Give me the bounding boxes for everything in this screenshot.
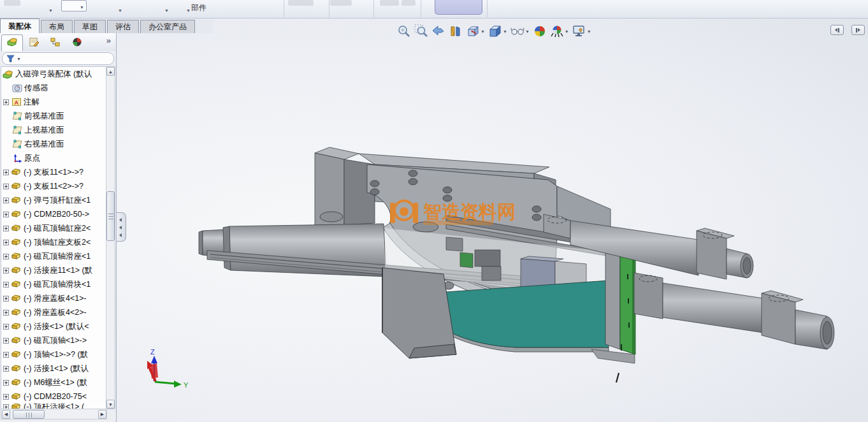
dropdown-arrow-icon[interactable]: ▼: [80, 5, 84, 10]
tree-item[interactable]: (-) 支板11<2>->?: [1, 179, 106, 193]
expander-plus-icon[interactable]: [3, 240, 9, 245]
tree-item[interactable]: (-) 活接1<1> (默认: [1, 361, 106, 375]
expander-plus-icon[interactable]: [3, 324, 9, 330]
overflow-chevron-icon[interactable]: »: [106, 36, 111, 45]
display-manager-tab[interactable]: [66, 34, 88, 51]
tree-item[interactable]: (-) 磁瓦顶轴缸座2<: [1, 221, 106, 235]
dropdown-arrow-icon[interactable]: ▼: [525, 29, 530, 34]
tab-evaluate[interactable]: 评估: [107, 20, 139, 33]
view-settings-button[interactable]: ▼: [572, 24, 592, 39]
expander-plus-icon[interactable]: [3, 366, 9, 372]
expander-plus-icon[interactable]: [3, 380, 9, 386]
dropdown-arrow-icon[interactable]: ▼: [186, 8, 191, 13]
expander-plus-icon[interactable]: [3, 296, 9, 302]
tree-item[interactable]: 前视基准面: [1, 109, 106, 123]
sketch-mark: [616, 373, 619, 382]
expander-plus-icon[interactable]: [3, 268, 9, 273]
tree-item[interactable]: (-) M6螺丝<1> (默: [1, 375, 106, 389]
dropdown-arrow-icon[interactable]: ▼: [503, 29, 507, 34]
insert-component-button[interactable]: 部件: [191, 3, 206, 13]
tree-item[interactable]: (-) 滑座盖板4<1>-: [1, 291, 106, 305]
tree-item[interactable]: (-) CDM2B20-50->: [1, 207, 106, 221]
dropdown-arrow-icon[interactable]: ▼: [565, 29, 569, 34]
expander-plus-icon[interactable]: [3, 254, 9, 259]
scroll-left-button[interactable]: ◀: [2, 410, 10, 419]
expander-plus-icon[interactable]: [3, 212, 9, 217]
expander-plus-icon[interactable]: [3, 338, 9, 344]
tree-item[interactable]: (-) 顶轴缸座支板2<: [1, 235, 106, 249]
part-icon: [11, 224, 22, 233]
previous-view-button[interactable]: [431, 24, 446, 39]
tree-item[interactable]: (-) 支板11<1>->?: [1, 165, 106, 179]
panel-collapse-handle[interactable]: [117, 212, 126, 242]
edit-appearance-button[interactable]: [532, 24, 547, 39]
tree-item[interactable]: 传感器: [1, 81, 106, 95]
dropdown-arrow-icon[interactable]: ▼: [587, 29, 591, 34]
tree-item[interactable]: (-) 弹弓顶杆缸座<1: [1, 193, 106, 207]
dropdown-arrow-icon[interactable]: ▼: [481, 29, 485, 34]
scroll-up-button[interactable]: ▲: [106, 67, 115, 76]
model-center-block[interactable]: [382, 268, 456, 358]
hide-show-items-button[interactable]: ▼: [510, 24, 530, 39]
zoom-to-area-icon: [414, 24, 428, 38]
expander-plus-icon[interactable]: [3, 170, 9, 175]
ribbon-combo-box[interactable]: ▼: [61, 0, 87, 11]
tab-assembly[interactable]: 装配体: [0, 18, 40, 33]
tree-item[interactable]: 上视基准面: [1, 123, 106, 137]
tree-item[interactable]: (-) 活接<1> (默认<: [1, 319, 106, 333]
section-view-button[interactable]: [448, 24, 463, 39]
expander-plus-icon[interactable]: [3, 352, 9, 358]
collapse-right-pane-button[interactable]: [851, 25, 865, 35]
view-orientation-button[interactable]: ▼: [465, 24, 486, 39]
tab-sketch[interactable]: 草图: [74, 20, 106, 33]
property-manager-tab[interactable]: [23, 34, 45, 51]
tree-item[interactable]: A注解: [1, 95, 106, 109]
tree-item[interactable]: (-) 磁瓦顶轴<1>->: [1, 333, 106, 347]
expander-plus-icon[interactable]: [3, 198, 9, 203]
expander-plus-icon[interactable]: [3, 404, 9, 409]
tree-item[interactable]: 右视基准面: [1, 137, 106, 151]
expander-plus-icon[interactable]: [3, 310, 9, 316]
tree-item[interactable]: (-) 滑座盖板4<2>-: [1, 305, 106, 319]
display-style-button[interactable]: ▼: [488, 24, 508, 39]
configuration-manager-tab[interactable]: [45, 34, 66, 51]
apply-scene-button[interactable]: ▼: [549, 24, 570, 39]
scroll-right-button[interactable]: ▶: [98, 410, 106, 419]
zoom-to-area-button[interactable]: [414, 24, 429, 39]
tree-item[interactable]: 原点: [1, 151, 106, 165]
tree-item-label: 上视基准面: [24, 125, 64, 136]
tree-item[interactable]: (-) CDM2B20-75<: [1, 389, 106, 404]
annotations-icon: A: [11, 98, 22, 107]
model-viewport[interactable]: 智造资料网 Z Y: [0, 0, 868, 422]
expander-plus-icon[interactable]: [3, 394, 9, 400]
tree-item[interactable]: (-) 活接座11<1> (默: [1, 263, 106, 277]
tree-horizontal-scrollbar[interactable]: ◀ ▶: [1, 409, 107, 419]
active-ribbon-button[interactable]: [435, 0, 482, 15]
expander-plus-icon[interactable]: [3, 99, 9, 105]
tab-office-products[interactable]: 办公室产品: [140, 20, 195, 33]
dropdown-arrow-icon[interactable]: ▼: [48, 8, 53, 13]
dropdown-arrow-icon[interactable]: ▼: [17, 57, 21, 61]
dropdown-arrow-icon[interactable]: ▼: [118, 8, 122, 13]
assembly-icon: [3, 69, 13, 79]
tree-item[interactable]: (-) 顶杆活接<1> (: [1, 404, 106, 409]
tree-item[interactable]: (-) 磁瓦顶轴滑块<1: [1, 277, 106, 291]
scroll-down-button[interactable]: ▼: [106, 400, 115, 409]
expander-plus-icon[interactable]: [3, 184, 9, 189]
horizontal-scroll-thumb[interactable]: [13, 410, 45, 419]
tab-layout[interactable]: 布局: [41, 20, 73, 33]
zoom-to-fit-button[interactable]: [396, 24, 412, 39]
tree-root-item[interactable]: 入磁弹弓装配体 (默认: [1, 67, 106, 81]
tree-item[interactable]: (-) 磁瓦顶轴滑座<1: [1, 249, 106, 263]
model-lower-right-cylinder[interactable]: [634, 273, 834, 349]
vertical-scroll-thumb[interactable]: [106, 191, 115, 241]
tree-item[interactable]: (-) 顶轴<1>->? (默: [1, 347, 106, 361]
dropdown-arrow-icon[interactable]: ▼: [164, 8, 169, 13]
tree-vertical-scrollbar[interactable]: ▲ ▼: [106, 67, 115, 409]
expander-plus-icon[interactable]: [3, 226, 9, 231]
collapse-left-pane-button[interactable]: [830, 25, 844, 35]
tree-filter-field[interactable]: ▼: [2, 52, 114, 65]
expander-plus-icon[interactable]: [3, 282, 9, 287]
plane-icon: [11, 126, 22, 135]
feature-manager-tab[interactable]: [1, 34, 23, 51]
